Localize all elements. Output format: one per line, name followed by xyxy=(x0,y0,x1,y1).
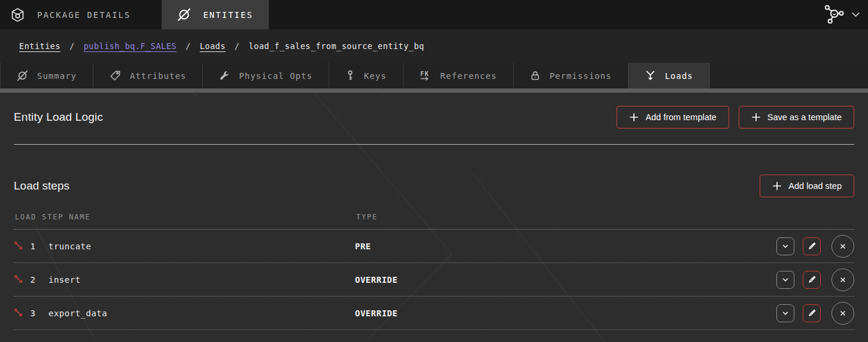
delete-step-button[interactable] xyxy=(831,268,854,291)
edit-step-button[interactable] xyxy=(803,237,821,255)
close-icon xyxy=(839,309,847,317)
add-load-step-button[interactable]: Add load step xyxy=(760,175,854,197)
step-number: 3 xyxy=(29,309,37,318)
breadcrumb: Entities / publish_bq.F_SALES / Loads / … xyxy=(0,29,868,63)
tag-icon xyxy=(110,70,121,81)
tab-label: Keys xyxy=(364,71,387,81)
top-tab-entities[interactable]: ENTITIES xyxy=(162,0,268,29)
top-tab-label: PACKAGE DETAILS xyxy=(37,10,130,20)
expand-step-button[interactable] xyxy=(776,271,794,289)
breadcrumb-entities-link[interactable]: Entities xyxy=(19,41,60,51)
network-graph-icon[interactable] xyxy=(823,4,845,26)
tab-attributes[interactable]: Attributes xyxy=(93,63,203,88)
tab-summary[interactable]: Summary xyxy=(0,63,93,88)
table-row: 2 insert OVERRIDE xyxy=(14,263,854,297)
loads-panel: Entity Load Logic Add from template Save… xyxy=(0,93,868,330)
table-header: LOAD STEP NAME TYPE xyxy=(14,213,854,230)
tab-scrollbar-track[interactable] xyxy=(0,88,868,93)
plus-icon xyxy=(629,112,639,122)
step-name: truncate xyxy=(48,242,91,251)
tab-permissions[interactable]: Permissions xyxy=(514,63,629,88)
breadcrumb-separator: / xyxy=(186,41,191,51)
tab-label: Summary xyxy=(37,71,77,81)
breadcrumb-current-page: load_f_sales_from_source_entity_bq xyxy=(248,41,424,51)
tab-label: Permissions xyxy=(550,71,612,81)
save-as-template-button[interactable]: Save as a template xyxy=(739,106,854,129)
step-name: export_data xyxy=(48,309,107,318)
key-icon xyxy=(345,70,355,81)
table-row: 1 truncate PRE xyxy=(14,230,854,263)
top-tab-package-details[interactable]: PACKAGE DETAILS xyxy=(0,0,146,29)
top-app-bar: PACKAGE DETAILS ENTITIES xyxy=(0,0,868,29)
tab-keys[interactable]: Keys xyxy=(329,63,403,88)
lock-icon xyxy=(530,70,541,81)
add-from-template-button[interactable]: Add from template xyxy=(617,106,729,129)
breadcrumb-loads-link[interactable]: Loads xyxy=(200,41,226,51)
step-name: insert xyxy=(48,275,81,285)
tab-physical-opts[interactable]: Physical Opts xyxy=(203,63,329,88)
edit-pen-icon xyxy=(808,309,817,317)
load-steps-header: Load steps Add load step xyxy=(14,175,854,197)
plus-icon xyxy=(751,112,761,122)
load-steps-title: Load steps xyxy=(14,179,69,193)
step-type: PRE xyxy=(355,242,776,251)
link-arrow-icon[interactable] xyxy=(14,308,24,318)
step-number: 2 xyxy=(29,275,37,285)
edit-pen-icon xyxy=(808,275,817,284)
chevron-down-icon[interactable] xyxy=(851,10,861,20)
breadcrumb-separator: / xyxy=(235,41,240,51)
link-arrow-icon[interactable] xyxy=(14,274,24,285)
close-icon xyxy=(839,242,847,251)
close-icon xyxy=(839,276,847,284)
expand-step-button[interactable] xyxy=(776,304,794,322)
edit-pen-icon xyxy=(808,242,817,251)
tab-label: Loads xyxy=(665,71,693,81)
tab-label: Attributes xyxy=(130,71,186,81)
merge-down-icon xyxy=(645,70,656,81)
link-arrow-icon[interactable] xyxy=(14,241,24,251)
column-header-type: TYPE xyxy=(356,213,854,221)
step-type: OVERRIDE xyxy=(355,309,776,318)
entity-circle-icon xyxy=(177,8,191,22)
wrench-icon xyxy=(219,71,230,81)
table-row: 3 export_data OVERRIDE xyxy=(14,297,854,330)
package-cube-icon xyxy=(10,7,25,23)
edit-step-button[interactable] xyxy=(803,304,821,322)
column-header-load-step-name: LOAD STEP NAME xyxy=(15,213,356,221)
tab-label: Physical Opts xyxy=(239,71,312,81)
delete-step-button[interactable] xyxy=(831,302,854,325)
breadcrumb-package-link[interactable]: publish_bq.F_SALES xyxy=(84,41,177,51)
entity-circle-icon xyxy=(17,70,28,81)
foreign-key-icon: FK xyxy=(420,70,432,81)
edit-step-button[interactable] xyxy=(803,271,821,289)
delete-step-button[interactable] xyxy=(831,235,854,258)
tab-references[interactable]: FK References xyxy=(403,63,514,88)
page-title: Entity Load Logic xyxy=(14,111,103,124)
expand-step-button[interactable] xyxy=(776,237,794,255)
button-label: Add from template xyxy=(645,112,716,122)
tab-label: References xyxy=(441,71,497,81)
svg-text:FK: FK xyxy=(420,70,429,77)
load-steps-table: LOAD STEP NAME TYPE 1 truncate PRE xyxy=(14,213,854,330)
chevron-down-icon xyxy=(781,309,790,317)
plus-icon xyxy=(772,181,782,191)
step-type: OVERRIDE xyxy=(355,275,776,285)
breadcrumb-separator: / xyxy=(69,41,75,51)
step-number: 1 xyxy=(29,242,37,251)
entity-tab-bar: Summary Attributes Physical Opts Ke xyxy=(0,63,868,88)
tab-loads[interactable]: Loads xyxy=(629,63,710,88)
button-label: Save as a template xyxy=(767,112,842,122)
top-tab-label: ENTITIES xyxy=(203,10,253,20)
chevron-down-icon xyxy=(781,276,790,284)
chevron-down-icon xyxy=(781,242,790,251)
button-label: Add load step xyxy=(788,181,842,191)
section-header: Entity Load Logic Add from template Save… xyxy=(14,93,854,145)
